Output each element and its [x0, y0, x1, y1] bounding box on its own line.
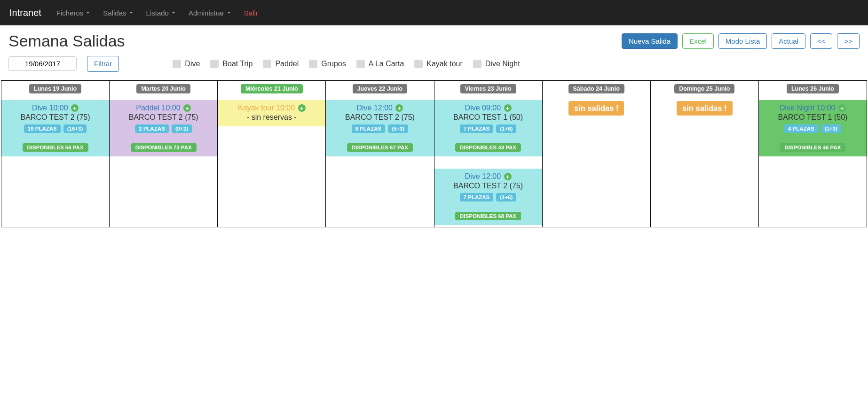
- nav-listado[interactable]: Listado: [140, 9, 182, 17]
- day-header: Lunes 19 Junio: [1, 81, 109, 97]
- trip-capacity-row: 4 PLAZAS(1+3): [761, 124, 865, 133]
- nav-ficheros-label: Ficheros: [56, 9, 84, 17]
- plazas-pill: 2 PLAZAS: [135, 124, 169, 133]
- breakdown-pill: (1+6): [496, 193, 516, 201]
- trip-capacity-row: 19 PLAZAS(16+3): [3, 124, 107, 133]
- day-header: Miércoles 21 Junio: [218, 81, 325, 97]
- trip-subtitle: BARCO TEST 1 (50): [436, 113, 540, 122]
- available-pill: DISPONIBLES 67 PAX: [347, 143, 413, 152]
- caret-down-icon: [227, 12, 231, 14]
- trip-title[interactable]: Dive 10:00 +: [3, 104, 107, 112]
- day-header-badge[interactable]: Lunes 26 Junio: [787, 84, 839, 93]
- excel-button[interactable]: Excel: [682, 33, 714, 49]
- day-body: Dive 12:00 +BARCO TEST 2 (75)8 PLAZAS(5+…: [326, 97, 434, 227]
- actual-button[interactable]: Actual: [772, 33, 805, 49]
- trip-title[interactable]: Dive Night 10:00 +: [761, 104, 865, 112]
- day-body: Dive 09:00 +BARCO TEST 1 (50)7 PLAZAS(1+…: [434, 97, 542, 227]
- no-salidas-badge: sin salidas !: [543, 101, 650, 116]
- trip-title-label: Dive 09:00: [465, 104, 501, 112]
- nav-listado-label: Listado: [146, 9, 169, 17]
- trip-title[interactable]: Paddel 10:00 +: [111, 104, 215, 112]
- filter-check-paddel[interactable]: Paddel: [263, 60, 299, 68]
- trip-card[interactable]: Kayak tour 10:00 +- sin reservas -: [218, 100, 325, 126]
- filter-check-boat-trip[interactable]: Boat Trip: [210, 60, 253, 68]
- checkbox-icon: [309, 60, 317, 68]
- trip-subtitle: BARCO TEST 2 (75): [328, 113, 432, 122]
- day-header-badge[interactable]: Domingo 25 Junio: [674, 84, 734, 93]
- checkbox-icon: [210, 60, 219, 68]
- page-title: Semana Salidas: [8, 32, 125, 50]
- trip-title[interactable]: Dive 12:00 +: [328, 104, 432, 112]
- available-pill: DISPONIBLES 43 PAX: [455, 143, 521, 152]
- filter-check-label: Grupos: [321, 60, 346, 68]
- trip-card[interactable]: Dive 12:00 +BARCO TEST 2 (75)8 PLAZAS(5+…: [326, 100, 434, 156]
- available-pill: DISPONIBLES 46 PAX: [780, 143, 845, 152]
- trip-title-label: Dive 12:00: [465, 172, 501, 180]
- add-icon[interactable]: +: [395, 104, 403, 112]
- prev-week-button[interactable]: <<: [810, 33, 833, 49]
- trip-title[interactable]: Dive 12:00 +: [436, 172, 540, 181]
- day-header-badge[interactable]: Sábado 24 Junio: [568, 84, 624, 93]
- add-icon[interactable]: +: [504, 173, 512, 180]
- day-body: Dive 10:00 +BARCO TEST 2 (75)19 PLAZAS(1…: [1, 97, 109, 227]
- filter-check-dive[interactable]: Dive: [173, 60, 200, 68]
- filter-row: Filtrar Dive Boat Trip Paddel Grupos A L…: [0, 54, 868, 80]
- day-column: Viernes 23 JunioDive 09:00 +BARCO TEST 1…: [434, 81, 543, 227]
- no-salidas-label: sin salidas !: [568, 101, 624, 116]
- trip-separator: [434, 158, 542, 169]
- trip-subtitle: - sin reservas -: [220, 113, 324, 122]
- trip-title[interactable]: Kayak tour 10:00 +: [220, 104, 324, 112]
- trip-capacity-row: 8 PLAZAS(5+3): [328, 124, 432, 133]
- day-column: Jueves 22 JunioDive 12:00 +BARCO TEST 2 …: [326, 81, 434, 227]
- date-input[interactable]: [8, 56, 77, 71]
- filter-check-a-la-carta[interactable]: A La Carta: [356, 60, 404, 68]
- add-icon[interactable]: +: [298, 104, 306, 112]
- caret-down-icon: [129, 12, 133, 14]
- add-icon[interactable]: +: [71, 104, 79, 112]
- day-column: Miércoles 21 JunioKayak tour 10:00 +- si…: [218, 81, 326, 227]
- next-week-button[interactable]: >>: [837, 33, 860, 49]
- new-salida-button[interactable]: Nueva Salida: [622, 33, 678, 49]
- trip-card[interactable]: Dive 10:00 +BARCO TEST 2 (75)19 PLAZAS(1…: [1, 100, 109, 156]
- add-icon[interactable]: +: [838, 104, 846, 112]
- filter-check-grupos[interactable]: Grupos: [309, 60, 346, 68]
- day-header-badge[interactable]: Jueves 22 Junio: [353, 84, 408, 93]
- plazas-pill: 4 PLAZAS: [784, 124, 818, 133]
- day-header-badge[interactable]: Viernes 23 Junio: [460, 84, 516, 93]
- checkbox-icon: [173, 60, 181, 68]
- top-navbar: Intranet Ficheros Salidas Listado Admini…: [0, 0, 868, 25]
- trip-capacity-row: 7 PLAZAS(1+6): [436, 193, 540, 201]
- day-header: Jueves 22 Junio: [326, 81, 434, 97]
- trip-card[interactable]: Paddel 10:00 +BARCO TEST 2 (75)2 PLAZAS(…: [110, 100, 217, 156]
- trip-card[interactable]: Dive 12:00 +BARCO TEST 2 (75)7 PLAZAS(1+…: [434, 169, 542, 225]
- available-pill: DISPONIBLES 68 PAX: [455, 212, 521, 220]
- brand[interactable]: Intranet: [9, 8, 41, 18]
- plazas-pill: 19 PLAZAS: [24, 124, 61, 133]
- filter-check-dive-night[interactable]: Dive Night: [473, 60, 520, 68]
- week-grid: Lunes 19 JunioDive 10:00 +BARCO TEST 2 (…: [1, 80, 867, 227]
- list-mode-button[interactable]: Modo Lista: [718, 33, 767, 49]
- trip-title-label: Dive 10:00: [32, 104, 68, 112]
- breakdown-pill: (16+3): [63, 124, 87, 133]
- trip-capacity-row: 2 PLAZAS(0+2): [111, 124, 215, 133]
- checkbox-icon: [473, 60, 481, 68]
- trip-card[interactable]: Dive Night 10:00 +BARCO TEST 1 (50)4 PLA…: [759, 100, 867, 156]
- add-icon[interactable]: +: [504, 104, 512, 112]
- filter-check-kayak-tour[interactable]: Kayak tour: [414, 60, 462, 68]
- trip-title-label: Kayak tour 10:00: [238, 104, 295, 112]
- day-header-badge[interactable]: Martes 20 Junio: [136, 84, 190, 93]
- nav-salidas[interactable]: Salidas: [96, 9, 139, 17]
- nav-administrar[interactable]: Administrar: [182, 9, 237, 17]
- day-body: Dive Night 10:00 +BARCO TEST 1 (50)4 PLA…: [759, 97, 867, 227]
- day-header-badge[interactable]: Miércoles 21 Junio: [241, 84, 303, 93]
- nav-ficheros[interactable]: Ficheros: [50, 9, 97, 17]
- trip-card[interactable]: Dive 09:00 +BARCO TEST 1 (50)7 PLAZAS(1+…: [434, 100, 542, 156]
- nav-logout[interactable]: Salir: [237, 9, 265, 17]
- day-header-badge[interactable]: Lunes 19 Junio: [29, 84, 81, 93]
- trip-subtitle: BARCO TEST 2 (75): [3, 113, 107, 122]
- add-icon[interactable]: +: [183, 104, 191, 112]
- trip-subtitle: BARCO TEST 1 (50): [761, 113, 865, 122]
- filter-button[interactable]: Filtrar: [87, 56, 119, 72]
- trip-title[interactable]: Dive 09:00 +: [436, 104, 540, 112]
- day-column: Martes 20 JunioPaddel 10:00 +BARCO TEST …: [110, 81, 218, 227]
